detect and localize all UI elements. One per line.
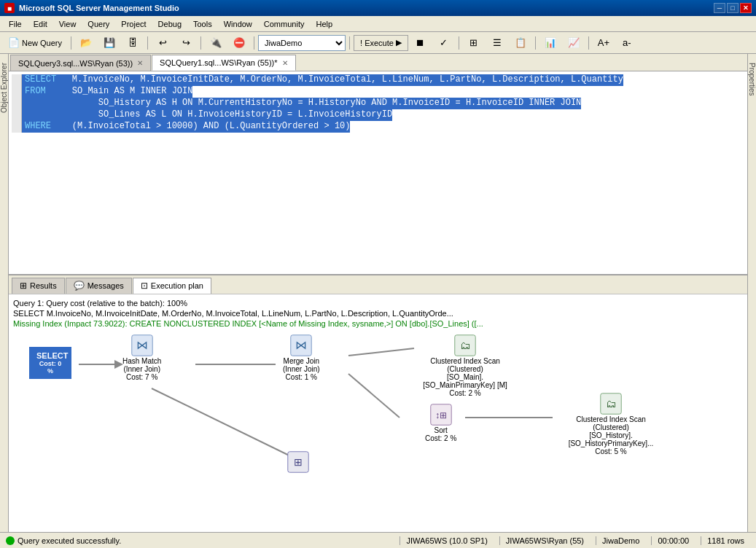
query-tab-1[interactable]: SQLQuery3.sql...WS\Ryan (53)) ✕ <box>10 55 151 71</box>
status-database: JiwaDemo <box>596 536 645 545</box>
results-to-file[interactable]: 📋 <box>510 35 531 51</box>
code-line-2: FROM SO_Main AS M INNER JOIN <box>12 86 744 98</box>
plan-node-bottom[interactable]: ⊞ <box>287 450 310 474</box>
menu-window[interactable]: Window <box>218 18 258 30</box>
select-box: SELECT Cost: 0 % <box>29 347 71 379</box>
clustered-scan-2-table: [SO_History].[SO_HistoryPrimaryKey]... <box>564 431 658 447</box>
title-bar: ■ Microsoft SQL Server Management Studio… <box>0 0 756 16</box>
toolbar-separator-3 <box>200 36 201 50</box>
menu-community[interactable]: Community <box>258 18 311 30</box>
results-tab-label: Results <box>30 281 57 290</box>
open-button[interactable]: 📂 <box>75 35 97 51</box>
undo-icon: ↩ <box>157 37 168 49</box>
execute-play-icon: ▶ <box>396 38 402 47</box>
save-icon: 💾 <box>104 37 115 49</box>
svg-text:↕⊞: ↕⊞ <box>435 410 447 420</box>
svg-text:⋈: ⋈ <box>295 339 307 351</box>
stop-button[interactable]: ⏹ <box>410 35 432 51</box>
font-bigger[interactable]: A+ <box>593 35 615 51</box>
plan-node-sort[interactable]: ↕⊞ Sort Cost: 2 % <box>425 403 456 442</box>
editor-content[interactable]: SELECT M.InvoiceNo, M.InvoiceInitDate, M… <box>9 71 747 274</box>
properties-panel: Properties <box>747 54 756 532</box>
merge-join-cost: Cost: 1 % <box>286 373 317 381</box>
undo-button[interactable]: ↩ <box>152 35 174 51</box>
query-tab-1-close[interactable]: ✕ <box>137 59 143 67</box>
code-line-1-text: SELECT M.InvoiceNo, M.InvoiceInitDate, M… <box>22 74 623 86</box>
messages-tab-label: Messages <box>87 281 124 290</box>
parse-icon: ✓ <box>438 37 450 49</box>
save-button[interactable]: 💾 <box>98 35 120 51</box>
include-plan-button[interactable]: 📊 <box>539 35 561 51</box>
menu-help[interactable]: Help <box>310 18 338 30</box>
new-query-icon: 📄 <box>8 37 20 49</box>
plan-node-clustered2[interactable]: 🗂 Clustered Index Scan (Clustered) [SO_H… <box>564 392 658 455</box>
execution-plan-tab[interactable]: ⊡ Execution plan <box>133 278 211 294</box>
content-area: SQLQuery3.sql...WS\Ryan (53)) ✕ SQLQuery… <box>9 54 747 532</box>
plan-node-clustered1[interactable]: 🗂 Clustered Index Scan (Clustered) [SO_M… <box>421 334 509 397</box>
results-to-grid[interactable]: ⊞ <box>463 35 485 51</box>
execute-button[interactable]: ! Execute ▶ <box>354 35 408 51</box>
execution-plan-tab-label: Execution plan <box>151 281 203 290</box>
merge-join-sublabel: (Inner Join) <box>283 365 320 373</box>
toolbar-separator-5 <box>349 36 350 50</box>
menu-tools[interactable]: Tools <box>187 18 218 30</box>
query-tab-2[interactable]: SQLQuery1.sql...WS\Ryan (55))* ✕ <box>152 55 295 71</box>
messages-tab-icon: 💬 <box>74 281 85 291</box>
plan-node-select[interactable]: SELECT Cost: 0 % <box>29 347 71 379</box>
menu-debug[interactable]: Debug <box>152 18 187 30</box>
sort-label: Sort <box>434 426 448 434</box>
line-num-4 <box>12 109 22 121</box>
code-line-1: SELECT M.InvoiceNo, M.InvoiceInitDate, M… <box>12 74 744 86</box>
save-all-button[interactable]: 🗄 <box>122 35 144 51</box>
hash-match-sublabel: (Inner Join) <box>123 365 160 373</box>
font-smaller-icon: a- <box>621 37 633 49</box>
query-tab-2-close[interactable]: ✕ <box>282 59 288 67</box>
disconnect-icon: ⛔ <box>233 37 245 49</box>
results-to-text[interactable]: ☰ <box>486 35 508 51</box>
menu-edit[interactable]: Edit <box>28 18 53 30</box>
new-query-button[interactable]: 📄 New Query <box>3 35 67 51</box>
messages-tab[interactable]: 💬 Messages <box>66 278 132 294</box>
save-all-icon: 🗄 <box>127 37 139 49</box>
connect-button[interactable]: 🔌 <box>205 35 227 51</box>
sort-cost: Cost: 2 % <box>425 434 456 442</box>
include-stats-button[interactable]: 📈 <box>563 35 585 51</box>
code-block: SELECT M.InvoiceNo, M.InvoiceInitDate, M… <box>12 74 744 133</box>
code-line-3: SO_History AS H ON M.CurrentHistoryNo = … <box>12 98 744 109</box>
menu-bar: File Edit View Query Project Debug Tools… <box>0 16 756 32</box>
menu-query[interactable]: Query <box>82 18 115 30</box>
line-num-1 <box>12 74 22 86</box>
code-line-4: SO_Lines AS L ON H.InvoiceHistoryID = L.… <box>12 109 744 121</box>
font-smaller[interactable]: a- <box>616 35 638 51</box>
results-tab[interactable]: ⊞ Results <box>12 278 65 294</box>
redo-button[interactable]: ↪ <box>175 35 197 51</box>
bottom-node-icon: ⊞ <box>287 450 310 474</box>
menu-project[interactable]: Project <box>115 18 152 30</box>
query-editor[interactable]: SELECT M.InvoiceNo, M.InvoiceInitDate, M… <box>9 71 747 275</box>
disconnect-button[interactable]: ⛔ <box>228 35 250 51</box>
code-line-4-text: SO_Lines AS L ON H.InvoiceHistoryID = L.… <box>22 109 392 121</box>
close-button[interactable]: ✕ <box>740 3 752 13</box>
window-controls: ─ □ ✕ <box>714 3 752 13</box>
status-message-area: Query executed successfully. <box>6 536 394 545</box>
minimize-button[interactable]: ─ <box>714 3 725 13</box>
redo-icon: ↪ <box>180 37 192 49</box>
plan-batch-info: Query 1: Query cost (relative to the bat… <box>13 299 743 308</box>
restore-button[interactable]: □ <box>727 3 739 13</box>
query-tab-bar: SQLQuery3.sql...WS\Ryan (53)) ✕ SQLQuery… <box>9 54 747 71</box>
menu-file[interactable]: File <box>3 18 28 30</box>
plan-node-merge[interactable]: ⋈ Merge Join (Inner Join) Cost: 1 % <box>283 334 320 381</box>
svg-line-2 <box>348 348 414 356</box>
new-query-label: New Query <box>22 39 62 47</box>
select-label: SELECT <box>36 351 64 360</box>
connect-icon: 🔌 <box>210 37 222 49</box>
plan-node-hash[interactable]: ⋈ Hash Match (Inner Join) Cost: 7 % <box>122 334 161 381</box>
menu-view[interactable]: View <box>53 18 82 30</box>
hash-match-cost: Cost: 7 % <box>126 373 157 381</box>
parse-button[interactable]: ✓ <box>433 35 455 51</box>
execute-label: ! Execute <box>360 39 394 47</box>
code-line-5: WHERE (M.InvoiceTotal > 10000) AND (L.Qu… <box>12 121 744 133</box>
code-line-3-text: SO_History AS H ON M.CurrentHistoryNo = … <box>22 98 581 109</box>
database-selector[interactable]: JiwaDemo <box>258 35 346 51</box>
clustered-scan-2-icon: 🗂 <box>599 392 623 415</box>
